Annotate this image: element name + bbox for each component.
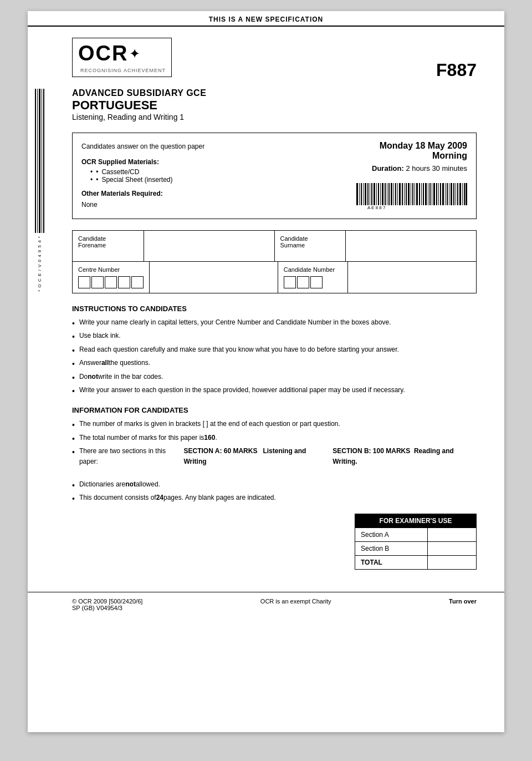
info-box: Candidates answer on the question paper … — [72, 133, 477, 219]
instruction-item-6: Write your answer to each question in th… — [72, 385, 477, 397]
svg-rect-26 — [402, 183, 403, 205]
exam-time: Morning — [356, 151, 467, 161]
svg-text:A    E    8    8    7: A E 8 8 7 — [367, 205, 386, 210]
other-materials-value: None — [81, 199, 356, 210]
svg-rect-51 — [456, 183, 456, 205]
bullet-special-sheet: •Special Sheet (inserted) — [90, 176, 356, 184]
svg-rect-10 — [367, 183, 369, 205]
ocr-star-icon: ✦ — [129, 46, 140, 62]
svg-rect-47 — [447, 183, 448, 205]
duration-text: Duration: 2 hours 30 minutes — [356, 164, 467, 173]
right-info: Monday 18 May 2009 Morning Duration: 2 h… — [356, 141, 467, 211]
svg-rect-39 — [429, 183, 431, 205]
instruction-item-5: Do not write in the bar codes. — [72, 372, 477, 384]
svg-rect-34 — [419, 183, 420, 205]
centre-box-2 — [91, 276, 104, 288]
svg-rect-50 — [453, 183, 454, 205]
forename-cell: CandidateForename — [73, 231, 144, 261]
svg-rect-40 — [432, 183, 432, 205]
svg-rect-33 — [416, 183, 418, 205]
ocr-supplied-label: OCR Supplied Materials: — [81, 156, 356, 168]
footer-copyright: © OCR 2009 [500/2420/6] — [72, 598, 142, 605]
surname-input-cell[interactable] — [346, 231, 476, 261]
candidate-number-label: Candidate Number — [284, 266, 342, 273]
footer: © OCR 2009 [500/2420/6] SP (GB) V04954/3… — [28, 592, 504, 617]
svg-rect-14 — [376, 183, 377, 205]
examiner-header: FOR EXAMINER'S USE — [355, 514, 477, 528]
svg-rect-49 — [451, 183, 452, 205]
footer-center: OCR is an exempt Charity — [260, 598, 331, 611]
title-line3: Listening, Reading and Writing 1 — [72, 113, 206, 121]
svg-rect-17 — [382, 183, 383, 205]
number-row: Centre Number Candidate Number — [72, 262, 477, 293]
candidate-number-spacer — [348, 262, 476, 293]
duration-label: Duration: — [372, 164, 404, 173]
instructions-list: Write your name clearly in capital lette… — [72, 317, 477, 397]
recognising-achievement-text: RECOGNISING ACHIEVEMENT — [80, 68, 166, 73]
svg-rect-25 — [399, 183, 401, 205]
forename-input-cell[interactable] — [144, 231, 275, 261]
cand-box-1 — [284, 276, 296, 288]
svg-rect-52 — [457, 183, 458, 205]
svg-rect-29 — [408, 183, 410, 205]
info-item-4: Dictionaries are not allowed. — [72, 479, 477, 491]
exam-barcode-area: A E 8 8 7 — [356, 180, 467, 211]
svg-rect-22 — [393, 183, 394, 205]
svg-rect-21 — [391, 183, 392, 205]
left-info: Candidates answer on the question paper … — [81, 141, 356, 211]
new-spec-label: THIS IS A NEW SPECIFICATION — [209, 16, 324, 23]
svg-rect-48 — [449, 183, 449, 205]
svg-rect-20 — [388, 183, 390, 205]
header-section: OCR ✦ RECOGNISING ACHIEVEMENT ADVANCED S… — [72, 38, 477, 121]
svg-rect-11 — [370, 183, 370, 205]
centre-box-3 — [105, 276, 117, 288]
instruction-item-4: Answer all the questions. — [72, 358, 477, 370]
svg-rect-18 — [385, 183, 386, 205]
instruction-item-3: Read each question carefully and make su… — [72, 344, 477, 357]
svg-rect-24 — [397, 183, 398, 205]
svg-rect-28 — [406, 183, 407, 205]
svg-rect-35 — [421, 183, 422, 205]
footer-sp: SP (GB) V04954/3 — [72, 605, 142, 611]
footer-turn-over: Turn over — [449, 598, 477, 611]
other-materials-label: Other Materials Required: — [81, 188, 356, 199]
svg-rect-45 — [442, 183, 444, 205]
svg-rect-9 — [365, 183, 366, 205]
candidates-answer-text: Candidates answer on the question paper — [81, 141, 356, 152]
section-a-label: Section A — [355, 528, 428, 542]
examiner-table-wrapper: FOR EXAMINER'S USE Section A Section B T… — [72, 514, 477, 570]
cand-box-3 — [310, 276, 323, 288]
svg-rect-55 — [464, 183, 465, 205]
bullet-cassette: •Cassette/CD — [90, 168, 356, 176]
title-line1: ADVANCED SUBSIDIARY GCE — [72, 88, 206, 98]
candidate-number-boxes — [284, 276, 342, 288]
info-item-2: The total number of marks for this paper… — [72, 433, 477, 445]
svg-rect-56 — [466, 183, 467, 205]
centre-box-1 — [78, 276, 90, 288]
information-list: The number of marks is given in brackets… — [72, 419, 477, 505]
centre-number-boxes — [78, 276, 144, 288]
svg-rect-13 — [374, 183, 375, 205]
svg-rect-5 — [356, 183, 358, 205]
examiner-use-table: FOR EXAMINER'S USE Section A Section B T… — [355, 514, 477, 570]
duration-value: 2 hours 30 minutes — [406, 164, 467, 173]
centre-number-spacer — [150, 262, 278, 293]
section-b-value — [428, 542, 477, 556]
title-line2: PORTUGUESE — [72, 98, 206, 113]
total-label: TOTAL — [355, 556, 428, 570]
svg-rect-41 — [433, 183, 435, 205]
svg-rect-32 — [415, 183, 415, 205]
svg-rect-36 — [423, 183, 424, 205]
svg-rect-12 — [371, 183, 372, 205]
logo-and-title: OCR ✦ RECOGNISING ACHIEVEMENT ADVANCED S… — [72, 38, 206, 121]
svg-rect-42 — [436, 183, 437, 205]
svg-rect-30 — [411, 183, 411, 205]
ocr-logo-box: OCR ✦ RECOGNISING ACHIEVEMENT — [72, 38, 172, 77]
info-item-1: The number of marks is given in brackets… — [72, 419, 477, 431]
centre-box-5 — [131, 276, 144, 288]
section-a-value — [428, 528, 477, 542]
svg-rect-44 — [440, 183, 441, 205]
instruction-item-1: Write your name clearly in capital lette… — [72, 317, 477, 329]
info-item-5: This document consists of 24 pages. Any … — [72, 493, 477, 505]
svg-rect-46 — [445, 183, 446, 205]
